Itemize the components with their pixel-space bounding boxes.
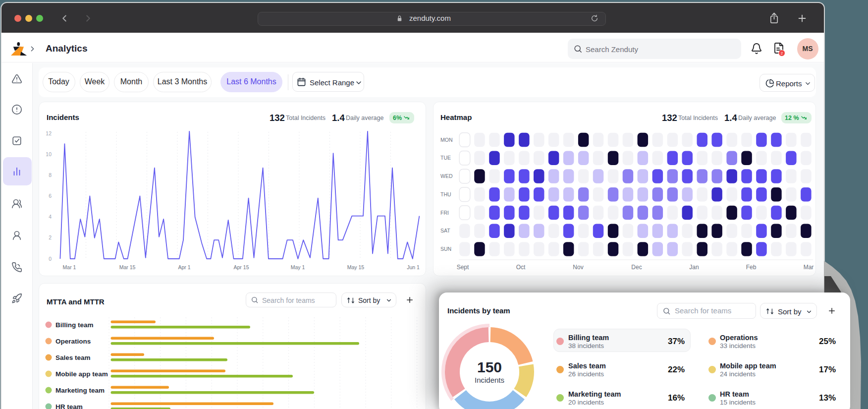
svg-text:Mar 1: Mar 1	[63, 264, 76, 270]
svg-text:Operations: Operations	[55, 338, 91, 345]
svg-text:TUE: TUE	[440, 155, 451, 161]
svg-text:8: 8	[49, 172, 52, 178]
svg-text:10: 10	[46, 151, 52, 157]
svg-text:Dec: Dec	[631, 264, 642, 271]
svg-text:May 1: May 1	[291, 264, 305, 270]
svg-text:Marketing team: Marketing team	[55, 387, 105, 394]
svg-text:Sept: Sept	[457, 264, 469, 271]
svg-text:4: 4	[49, 214, 52, 220]
svg-text:Jun 1: Jun 1	[407, 264, 420, 270]
svg-text:Sales team: Sales team	[55, 354, 91, 361]
svg-text:Nov: Nov	[573, 264, 583, 271]
svg-text:2: 2	[49, 234, 52, 240]
svg-text:MON: MON	[440, 137, 453, 143]
svg-text:Billing team: Billing team	[55, 321, 94, 329]
svg-text:Apr 1: Apr 1	[178, 264, 190, 270]
svg-text:0: 0	[49, 256, 52, 262]
svg-text:Mar: Mar	[804, 264, 814, 271]
svg-text:12: 12	[46, 130, 52, 136]
svg-text:6: 6	[49, 193, 52, 199]
svg-text:SAT: SAT	[440, 228, 450, 234]
svg-text:Mar 15: Mar 15	[119, 264, 136, 270]
svg-text:THU: THU	[440, 191, 451, 197]
svg-text:Mobile app team: Mobile app team	[55, 370, 108, 378]
svg-text:Jan: Jan	[689, 264, 699, 271]
svg-text:FRI: FRI	[440, 210, 449, 216]
svg-text:May 15: May 15	[347, 264, 365, 270]
svg-text:Apr 15: Apr 15	[234, 264, 249, 270]
svg-text:Oct: Oct	[516, 264, 526, 271]
svg-text:Feb: Feb	[746, 264, 757, 271]
svg-text:HR team: HR team	[55, 403, 83, 409]
svg-text:SUN: SUN	[440, 246, 451, 252]
svg-text:WED: WED	[440, 173, 453, 179]
